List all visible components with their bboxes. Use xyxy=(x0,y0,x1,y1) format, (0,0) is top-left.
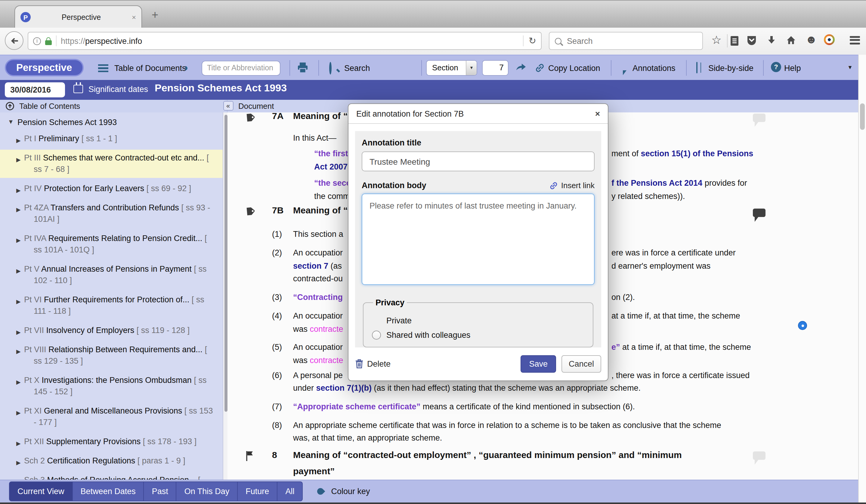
filter-on-this-day[interactable]: On This Day xyxy=(177,481,238,501)
bookmark-star-icon[interactable]: ☆ xyxy=(711,34,722,46)
toc-root-item[interactable]: ▼Pension Schemes Act 1993 xyxy=(0,116,223,128)
modal-form-area: Annotation title Annotation body Insert … xyxy=(355,131,601,347)
annotation-bubble-icon[interactable] xyxy=(753,113,765,122)
sidebar-scrollbar[interactable] xyxy=(223,112,227,479)
annotation-title-input[interactable] xyxy=(362,151,595,171)
chevron-right-icon: ▶ xyxy=(16,406,21,418)
copy-location-link-icon xyxy=(535,63,545,72)
collapse-top-icon[interactable] xyxy=(5,102,14,111)
save-button[interactable]: Save xyxy=(521,355,556,373)
browser-search-input[interactable] xyxy=(566,36,697,46)
chevron-right-icon: ▶ xyxy=(16,437,21,449)
modal-title: Edit annotation for Section 7B xyxy=(356,109,464,118)
annotation-bubble-filled-icon[interactable] xyxy=(753,208,765,217)
lock-icon[interactable] xyxy=(45,40,52,45)
privacy-option-private[interactable]: Private xyxy=(372,316,584,325)
toc-item-pt7[interactable]: ▶Pt VII Insolvency of Employers [ ss 119… xyxy=(0,322,223,339)
toc-item-pt1[interactable]: ▶Pt I Preliminary [ ss 1 - 1 ] xyxy=(0,130,223,147)
filter-all[interactable]: All xyxy=(277,481,303,501)
toc-panel-header: Table of Contents xyxy=(0,100,227,112)
browser-search-field[interactable] xyxy=(549,32,703,50)
chevron-right-icon: ▶ xyxy=(16,265,21,276)
chevron-right-icon: ▶ xyxy=(16,153,21,165)
insert-link-button[interactable]: Insert link xyxy=(550,181,595,190)
page-scrollbar[interactable] xyxy=(858,54,866,503)
significant-dates-button[interactable]: Significant dates xyxy=(88,84,148,93)
toc-item-pt12[interactable]: ▶Pt XII Supplementary Provisions [ ss 17… xyxy=(0,433,223,450)
chevron-down-icon: ▼ xyxy=(8,118,14,125)
toc-item-pt11[interactable]: ▶Pt XI General and Miscellaneous Provisi… xyxy=(0,402,223,431)
favicon-icon: P xyxy=(21,12,31,22)
chevron-right-icon: ▶ xyxy=(16,326,21,337)
radio-unselected-icon[interactable] xyxy=(372,331,381,340)
toc-item-pt10[interactable]: ▶Pt X Investigations: the Pensions Ombud… xyxy=(0,372,223,400)
filter-past[interactable]: Past xyxy=(144,481,177,501)
go-to-section-icon[interactable] xyxy=(515,61,526,71)
page-scrollbar-thumb[interactable] xyxy=(860,103,865,129)
colorwheel-extension-icon[interactable] xyxy=(824,34,835,45)
sidebar-scrollbar-thumb[interactable] xyxy=(224,115,227,411)
section-number-input[interactable] xyxy=(482,60,509,76)
copy-location-button[interactable]: Copy Location xyxy=(548,64,600,72)
search-button[interactable]: Search xyxy=(344,64,370,72)
smiley-extension-icon[interactable]: ☻ xyxy=(805,34,817,45)
perspective-logo[interactable]: Perspective xyxy=(5,59,84,76)
chevron-right-icon: ▶ xyxy=(16,295,21,307)
url-text[interactable]: https://perspective.info xyxy=(61,36,142,45)
toolbar-overflow-caret[interactable]: ▼ xyxy=(847,64,853,70)
toc-item-pt3-selected[interactable]: ▶Pt III Schemes that were Contracted-out… xyxy=(0,149,223,177)
filter-between-dates[interactable]: Between Dates xyxy=(73,481,144,501)
new-tab-button[interactable]: + xyxy=(152,9,158,21)
chevron-down-icon[interactable]: ▼ xyxy=(466,60,477,75)
url-bar[interactable]: i https://perspective.info ↻ xyxy=(28,32,542,50)
collapse-sidebar-button[interactable]: « xyxy=(223,101,233,111)
divider xyxy=(318,60,319,76)
tab-close-icon[interactable]: × xyxy=(132,13,136,21)
help-button[interactable]: Help xyxy=(784,64,801,72)
toc-item-pt4[interactable]: ▶Pt IV Protection for Early Leavers [ ss… xyxy=(0,180,223,197)
downloads-icon[interactable] xyxy=(767,35,776,46)
divider xyxy=(289,60,290,76)
chevron-right-icon: ▶ xyxy=(16,345,21,357)
annotations-button[interactable]: Annotations xyxy=(633,64,676,72)
timeline-filter-bar: Current View Between Dates Past On This … xyxy=(0,479,858,503)
toc-item-pt8[interactable]: ▶Pt VIII Relationship Between Requiremen… xyxy=(0,341,223,369)
annotation-body-textarea[interactable]: Please refer to minutes of last trustee … xyxy=(362,194,595,285)
annotation-bubble-icon[interactable] xyxy=(753,451,765,459)
menu-hamburger-icon[interactable] xyxy=(850,36,860,44)
back-button[interactable] xyxy=(5,31,23,50)
reload-icon[interactable]: ↻ xyxy=(529,35,536,46)
toc-item-sch3[interactable]: ▶Sch 3 Methods of Revaluing Accrued Pens… xyxy=(0,471,223,479)
print-icon[interactable] xyxy=(297,61,308,73)
side-by-side-button[interactable]: Side-by-side xyxy=(708,64,754,72)
close-icon[interactable]: × xyxy=(595,109,600,118)
calendar-icon[interactable] xyxy=(74,84,83,93)
toc-item-pt6[interactable]: ▶Pt VI Further Requirements for Protecti… xyxy=(0,291,223,320)
section-8-heading-line2: payment” xyxy=(227,465,858,477)
radio-selected-icon[interactable] xyxy=(798,321,807,330)
home-icon[interactable] xyxy=(786,35,796,46)
table-of-documents-button[interactable]: Table of Documents xyxy=(114,64,186,72)
doc-line: (8)An appropriate scheme certificate tha… xyxy=(227,420,858,432)
filter-current-view[interactable]: Current View xyxy=(9,481,73,501)
delete-button[interactable]: Delete xyxy=(355,359,391,368)
date-input[interactable] xyxy=(5,82,65,97)
chevron-right-icon: ▶ xyxy=(16,376,21,387)
filter-future[interactable]: Future xyxy=(238,481,277,501)
toc-item-sch2[interactable]: ▶Sch 2 Certification Regulations [ paras… xyxy=(0,452,223,469)
pocket-icon[interactable] xyxy=(746,35,757,46)
colour-key-button[interactable]: Colour key xyxy=(331,487,370,496)
toc-item-pt4za[interactable]: ▶Pt 4ZA Transfers and Contribution Refun… xyxy=(0,199,223,228)
page-title: Pension Schemes Act 1993 xyxy=(155,82,287,94)
cancel-button[interactable]: Cancel xyxy=(562,355,601,373)
section-select[interactable]: Section ▼ xyxy=(426,60,477,76)
tab-perspective[interactable]: P Perspective × xyxy=(14,5,142,28)
eye-icon[interactable]: ◑ xyxy=(182,62,188,72)
toc-item-pt5[interactable]: ▶Pt V Annual Increases of Pensions in Pa… xyxy=(0,261,223,289)
privacy-option-shared[interactable]: Shared with colleagues xyxy=(372,331,584,340)
divider xyxy=(421,60,422,76)
toc-item-pt4a[interactable]: ▶Pt IVA Requirements Relating to Pension… xyxy=(0,230,223,258)
title-filter-input[interactable] xyxy=(202,60,280,76)
reading-list-icon[interactable] xyxy=(729,35,740,46)
info-icon[interactable]: i xyxy=(33,37,41,45)
